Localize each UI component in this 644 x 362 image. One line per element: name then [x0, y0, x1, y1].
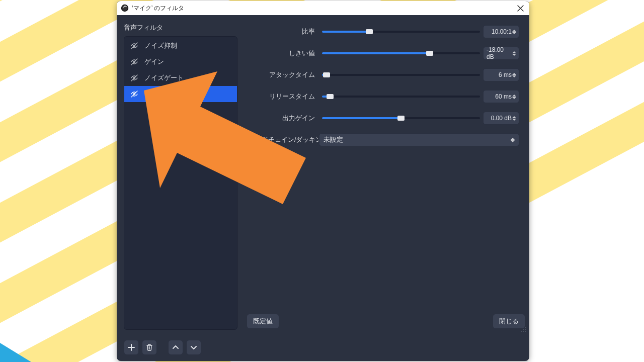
filters-dialog: ‘マイク’ のフィルタ 音声フィルタ ノイズ抑制 ゲイン ノイズゲート コンプレ… — [117, 1, 529, 361]
window-close-button[interactable] — [514, 2, 526, 14]
obs-icon — [121, 4, 129, 12]
filter-item-label: ゲイン — [144, 57, 231, 66]
audio-filters-label: 音声フィルタ — [124, 23, 237, 32]
visibility-off-icon — [130, 42, 138, 50]
svg-marker-0 — [0, 343, 31, 362]
filter-item-3[interactable]: コンプレッサー — [124, 86, 237, 102]
property-slider[interactable] — [319, 74, 483, 76]
property-row-0: 比率 10.00:1 — [249, 25, 519, 38]
slider-handle — [327, 94, 334, 99]
sidechain-select[interactable]: 未設定 — [319, 133, 519, 146]
filter-item-1[interactable]: ゲイン — [124, 54, 237, 70]
filter-item-2[interactable]: ノイズゲート — [124, 70, 237, 86]
property-value: 6 ms — [499, 71, 512, 78]
sidechain-label: サイドチェイン/ダッキングソース — [249, 136, 319, 144]
spin-arrows-icon[interactable] — [512, 26, 517, 37]
property-spinbox[interactable]: 60 ms — [483, 90, 519, 103]
chevron-updown-icon — [511, 134, 516, 146]
add-filter-button[interactable] — [124, 340, 139, 355]
property-slider[interactable] — [319, 31, 483, 33]
property-label: リリースタイム — [249, 93, 319, 101]
property-slider[interactable] — [319, 52, 483, 54]
spin-arrows-icon[interactable] — [512, 69, 517, 80]
window-title: ‘マイク’ のフィルタ — [132, 4, 184, 13]
property-spinbox[interactable]: 10.00:1 — [483, 25, 519, 38]
delete-filter-button[interactable] — [142, 340, 157, 355]
visibility-off-icon — [130, 74, 138, 82]
sidechain-value: 未設定 — [324, 136, 343, 144]
slider-handle — [426, 51, 433, 56]
filter-list[interactable]: ノイズ抑制 ゲイン ノイズゲート コンプレッサー — [124, 36, 237, 330]
filter-item-label: ノイズゲート — [144, 73, 231, 82]
filter-properties-panel: 比率 10.00:1 しきい値 -18.00 dB アタックタイム — [243, 15, 529, 335]
spin-arrows-icon[interactable] — [512, 48, 517, 59]
property-label: アタックタイム — [249, 71, 319, 79]
property-label: しきい値 — [249, 49, 319, 58]
corner-decoration — [0, 332, 45, 362]
property-row-1: しきい値 -18.00 dB — [249, 47, 519, 60]
slider-handle — [323, 72, 330, 77]
spin-arrows-icon[interactable] — [512, 113, 517, 124]
property-spinbox[interactable]: 0.00 dB — [483, 112, 519, 125]
move-up-button[interactable] — [168, 340, 183, 355]
property-label: 出力ゲイン — [249, 114, 319, 123]
slider-handle — [366, 29, 373, 34]
property-slider[interactable] — [319, 96, 483, 98]
property-value: 0.00 dB — [491, 115, 512, 122]
property-spinbox[interactable]: -18.00 dB — [483, 47, 519, 60]
visibility-off-icon — [130, 58, 138, 66]
move-down-button[interactable] — [186, 340, 201, 355]
property-row-3: リリースタイム 60 ms — [249, 90, 519, 103]
filter-toolbar — [117, 335, 529, 361]
property-value: 10.00:1 — [492, 28, 512, 35]
property-label: 比率 — [249, 28, 319, 36]
visibility-off-icon — [130, 90, 138, 98]
filter-item-0[interactable]: ノイズ抑制 — [124, 38, 237, 54]
property-value: -18.00 dB — [487, 46, 512, 60]
property-spinbox[interactable]: 6 ms — [483, 68, 519, 81]
filter-item-label: コンプレッサー — [144, 89, 231, 99]
titlebar[interactable]: ‘マイク’ のフィルタ — [117, 1, 529, 15]
spin-arrows-icon[interactable] — [512, 91, 517, 102]
property-row-4: 出力ゲイン 0.00 dB — [249, 112, 519, 125]
sidechain-row: サイドチェイン/ダッキングソース 未設定 — [249, 133, 519, 146]
property-value: 60 ms — [495, 93, 512, 100]
slider-handle — [397, 116, 405, 121]
filter-item-label: ノイズ抑制 — [144, 41, 231, 50]
property-row-2: アタックタイム 6 ms — [249, 68, 519, 81]
resize-grip-icon[interactable] — [520, 326, 526, 332]
property-slider[interactable] — [319, 117, 483, 119]
defaults-button[interactable]: 既定値 — [247, 314, 279, 329]
